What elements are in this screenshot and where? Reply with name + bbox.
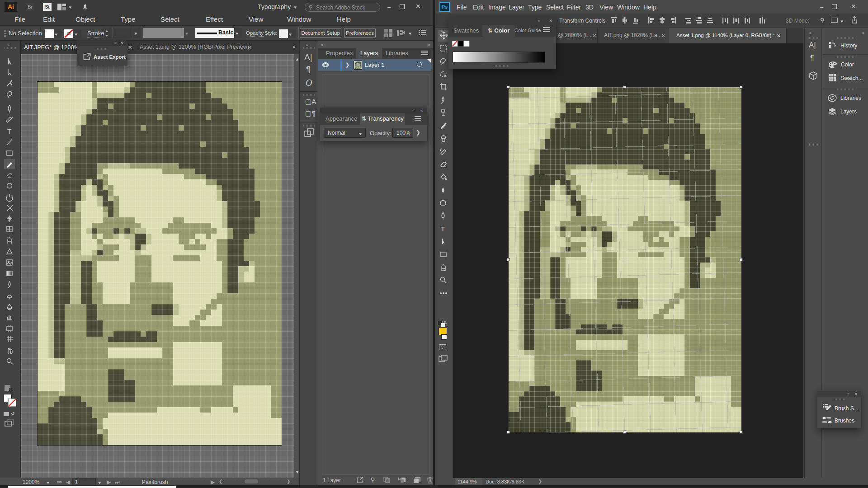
svg-text:T: T bbox=[7, 127, 11, 135]
svg-text:T: T bbox=[441, 225, 445, 233]
